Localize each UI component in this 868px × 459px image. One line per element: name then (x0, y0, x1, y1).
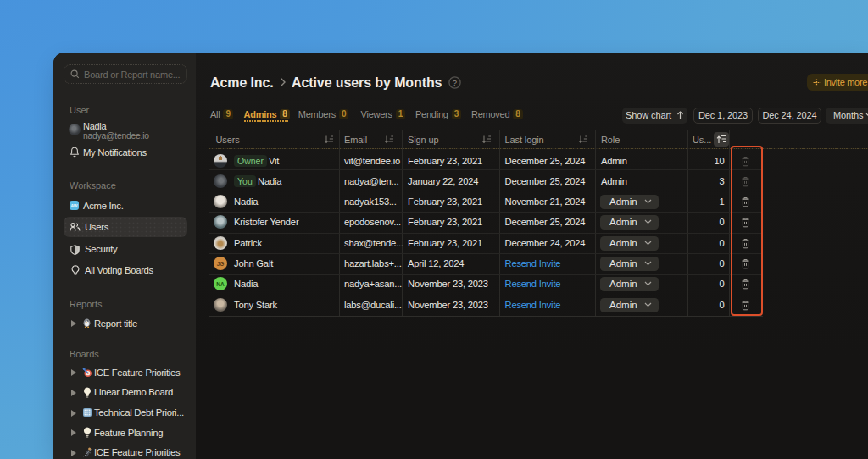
svg-text:?: ? (452, 78, 456, 87)
